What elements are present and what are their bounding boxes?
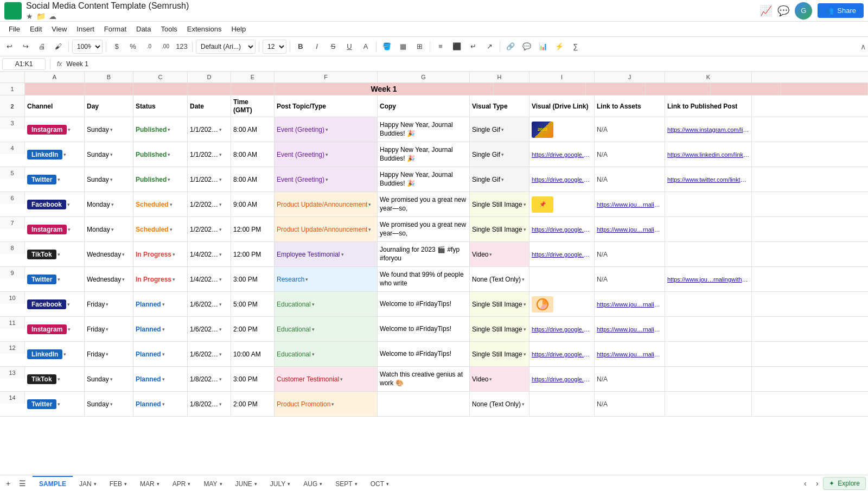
day-dropdown-arrow[interactable]: ▾ [106, 302, 108, 307]
cell-topic[interactable]: Event (Greeting) ▾ [275, 167, 378, 192]
topic-dropdown-arrow[interactable]: ▾ [326, 127, 328, 132]
visual-drive-link[interactable]: https://drive.google.c… [532, 376, 592, 382]
chart-button[interactable]: 📊 [536, 40, 550, 54]
col-header-d[interactable]: C [133, 72, 188, 82]
visual-type-dropdown-arrow[interactable]: ▾ [524, 227, 526, 232]
tab-aug[interactable]: AUG▾ [297, 476, 329, 491]
cell-channel[interactable]: Instagram ▾ [25, 217, 85, 241]
share-button[interactable]: 👥 Share [818, 3, 864, 18]
menu-format[interactable]: Format [100, 23, 131, 35]
print-button[interactable]: 🖨 [35, 40, 49, 54]
day-dropdown-arrow[interactable]: ▾ [110, 177, 113, 182]
cell-topic[interactable]: Educational ▾ [275, 317, 378, 341]
paint-format-button[interactable]: 🖌 [51, 40, 65, 54]
status-dropdown-arrow[interactable]: ▾ [170, 227, 173, 232]
date-dropdown-arrow[interactable]: ▾ [219, 127, 222, 132]
cell-reference[interactable] [2, 58, 46, 70]
channel-dropdown-arrow[interactable]: ▾ [63, 352, 66, 357]
cell-date[interactable]: 1/6/202… ▾ [188, 342, 231, 366]
function-button[interactable]: ∑ [569, 40, 583, 54]
cell-status[interactable]: Planned ▾ [133, 292, 188, 316]
day-dropdown-arrow[interactable]: ▾ [122, 252, 125, 257]
cell-visual-type[interactable]: Single Still Image ▾ [470, 342, 529, 366]
filter-button[interactable]: ⚡ [552, 40, 566, 54]
zoom-select[interactable]: 100% [72, 40, 103, 54]
col-header-b[interactable]: A [25, 72, 85, 82]
cell-channel[interactable]: Twitter ▾ [25, 392, 85, 416]
status-dropdown-arrow[interactable]: ▾ [162, 377, 165, 382]
assets-link[interactable]: https://www.jou…rnalingwithfrien…ds.com/… [597, 351, 662, 358]
menu-file[interactable]: File [4, 23, 24, 35]
assets-link[interactable]: https://www.jou…rnalingwithfrien…ds.com/… [597, 226, 662, 233]
channel-dropdown-arrow[interactable]: ▾ [68, 227, 71, 232]
undo-button[interactable]: ↩ [2, 40, 16, 54]
fill-color-button[interactable]: 🪣 [380, 40, 394, 54]
cloud-icon[interactable]: ☁ [49, 12, 56, 21]
topic-dropdown-arrow[interactable]: ▾ [326, 177, 328, 182]
cell-date[interactable]: 1/4/202… ▾ [188, 267, 231, 291]
visual-drive-link[interactable]: https://drive.google.c… [532, 176, 592, 183]
cell-status[interactable]: Scheduled ▾ [133, 217, 188, 241]
visual-type-dropdown-arrow[interactable]: ▾ [489, 252, 492, 257]
topic-dropdown-arrow[interactable]: ▾ [340, 377, 343, 382]
cell-day[interactable]: Sunday ▾ [85, 167, 133, 192]
cell-date[interactable]: 1/6/202… ▾ [188, 292, 231, 316]
day-dropdown-arrow[interactable]: ▾ [110, 377, 113, 382]
status-dropdown-arrow[interactable]: ▾ [170, 202, 173, 207]
link-button[interactable]: 🔗 [503, 40, 518, 54]
topic-dropdown-arrow[interactable]: ▾ [305, 277, 308, 282]
font-size-select[interactable]: 12 [263, 40, 286, 54]
cell-day[interactable]: Friday ▾ [85, 292, 133, 316]
col-header-l[interactable]: K [665, 72, 752, 82]
status-dropdown-arrow[interactable]: ▾ [173, 277, 175, 282]
tab-next-button[interactable]: › [811, 477, 823, 489]
visual-type-dropdown-arrow[interactable]: ▾ [489, 377, 492, 382]
cell-topic[interactable]: Educational ▾ [275, 292, 378, 316]
cell-visual-type[interactable]: Single Still Image ▾ [470, 317, 529, 341]
topic-dropdown-arrow[interactable]: ▾ [326, 152, 328, 157]
date-dropdown-arrow[interactable]: ▾ [219, 152, 222, 157]
menu-view[interactable]: View [47, 23, 71, 35]
currency-button[interactable]: $ [110, 40, 124, 54]
all-sheets-button[interactable]: ☰ [16, 477, 28, 489]
redo-button[interactable]: ↪ [18, 40, 33, 54]
cell-date[interactable]: 1/8/202… ▾ [188, 392, 231, 416]
topic-dropdown-arrow[interactable]: ▾ [368, 227, 371, 232]
menu-insert[interactable]: Insert [72, 23, 99, 35]
col-header-c[interactable]: B [85, 72, 133, 82]
cell-status[interactable]: Published ▾ [133, 117, 188, 142]
menu-extensions[interactable]: Extensions [183, 23, 226, 35]
cell-channel[interactable]: Instagram ▾ [25, 317, 85, 341]
tab-apr[interactable]: APR▾ [166, 476, 197, 491]
cell-channel[interactable]: LinkedIn ▾ [25, 342, 85, 366]
merge-button[interactable]: ⊞ [412, 40, 426, 54]
cell-date[interactable]: 1/2/202… ▾ [188, 217, 231, 241]
tab-prev-button[interactable]: ‹ [799, 477, 811, 489]
channel-dropdown-arrow[interactable]: ▾ [58, 177, 60, 182]
account-icon[interactable]: G [795, 2, 812, 20]
published-link[interactable]: https://www.twitter.com/linktop… [667, 176, 749, 183]
cell-topic[interactable]: Product Update/Announcement ▾ [275, 217, 378, 241]
col-header-j[interactable]: I [529, 72, 595, 82]
cell-date[interactable]: 1/2/202… ▾ [188, 192, 231, 216]
tab-may[interactable]: MAY▾ [197, 476, 228, 491]
add-sheet-button[interactable]: + [2, 477, 14, 489]
cell-date[interactable]: 1/1/202… ▾ [188, 142, 231, 167]
visual-type-dropdown-arrow[interactable]: ▾ [524, 202, 526, 207]
font-select[interactable]: Default (Ari...) [196, 40, 256, 54]
doc-title[interactable]: Social Media Content Template (Semrush) [26, 1, 760, 11]
visual-drive-link[interactable]: https://drive.google.c… [532, 326, 592, 333]
cell-day[interactable]: Friday ▾ [85, 342, 133, 366]
underline-button[interactable]: U [342, 40, 356, 54]
tab-jan[interactable]: JAN▾ [73, 476, 103, 491]
tab-oct[interactable]: OCT▾ [364, 476, 395, 491]
cell-visual-type[interactable]: Single Still Image ▾ [470, 217, 529, 241]
explore-button[interactable]: ✦ Explore [823, 477, 866, 490]
status-dropdown-arrow[interactable]: ▾ [162, 401, 165, 407]
channel-dropdown-arrow[interactable]: ▾ [63, 152, 66, 157]
day-dropdown-arrow[interactable]: ▾ [111, 227, 114, 232]
decrease-decimal-button[interactable]: .0 [142, 40, 156, 54]
date-dropdown-arrow[interactable]: ▾ [219, 352, 222, 357]
comment-icon[interactable]: 💬 [777, 5, 789, 17]
cell-visual-type[interactable]: Video ▾ [470, 367, 529, 391]
